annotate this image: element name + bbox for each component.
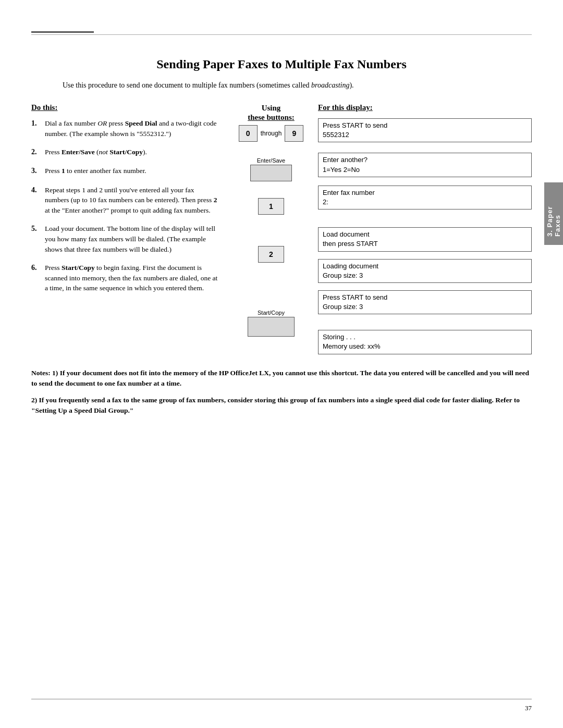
display-col-inner: Press START to send 5552312 Enter anothe… (318, 118, 532, 357)
display-7-line1: Storing . . . (323, 332, 527, 342)
spacer-d2-d3 (318, 180, 532, 186)
buttons-inner: 0 through 9 Enter/Save (235, 122, 308, 337)
display-4: Load document then press START (318, 227, 532, 251)
step-1-num: 1. (31, 118, 42, 139)
step-6-num: 6. (31, 263, 42, 293)
btn-one-label: 1 (269, 202, 273, 211)
through-text: through (261, 130, 282, 137)
display-1-line1: Press START to send (323, 121, 527, 130)
btn-nine-label: 9 (292, 129, 296, 138)
display-7: Storing . . . Memory used: xx% (318, 330, 532, 354)
step-1: 1. Dial a fax number OR press Speed Dial… (31, 118, 219, 139)
bottom-rule (31, 699, 532, 699)
btn-two-group: 2 (235, 246, 308, 263)
display-6-line1: Press START to send (323, 293, 527, 302)
btn-zero-nine-widget: 0 through 9 (239, 125, 304, 142)
step-3-num: 3. (31, 166, 42, 176)
do-this-header: Do this: (31, 103, 219, 112)
step-6-text: Press Start/Copy to begin faxing. First … (45, 263, 219, 293)
col-display: For this display: Press START to send 55… (313, 103, 532, 357)
display-1-line2: 5552312 (323, 130, 527, 140)
display-4-line1: Load document (323, 230, 527, 239)
btn-enter-save[interactable] (250, 165, 292, 181)
spacer-d6-d7 (318, 317, 532, 330)
col-buttons: Using these buttons: 0 through 9 (229, 103, 313, 357)
start-copy-label: Start/Copy (258, 310, 285, 316)
steps-list: 1. Dial a fax number OR press Speed Dial… (31, 118, 219, 293)
step-3: 3. Press 1 to enter another fax number. (31, 166, 219, 176)
col-do-this: Do this: 1. Dial a fax number OR press S… (31, 103, 229, 357)
top-rule-thin (31, 34, 532, 35)
spacer-d1-d2 (318, 145, 532, 153)
notes-section: Notes: 1) If your document does not fit … (31, 368, 532, 416)
top-rule-thick (31, 31, 94, 33)
page-number: 37 (525, 704, 532, 712)
btn-one-widget: 1 (258, 198, 284, 215)
sidebar-tab: 3. Paper Faxes (544, 182, 563, 245)
spacer-d4-d5 (318, 255, 532, 259)
step-5: 5. Load your document. The bottom line o… (31, 224, 219, 254)
display-2-line2: 1=Yes 2=No (323, 165, 527, 175)
intro-italic: broadcasting (311, 81, 349, 89)
step-2: 2. Press Enter/Save (not Start/Copy). (31, 147, 219, 157)
display-header: For this display: (318, 103, 532, 112)
top-rules (31, 31, 532, 35)
btn-zero-nine-group: 0 through 9 (235, 125, 308, 142)
buttons-header: Using these buttons: (248, 103, 295, 122)
page-title: Sending Paper Faxes to Multiple Fax Numb… (31, 57, 532, 71)
step-1-text: Dial a fax number OR press Speed Dial an… (45, 118, 219, 139)
display-7-line2: Memory used: xx% (323, 342, 527, 351)
display-3-line2: 2: (323, 198, 527, 207)
btn-zero-label: 0 (246, 129, 250, 138)
display-6-line2: Group size: 3 (323, 302, 527, 312)
btn-enter-save-group: Enter/Save (235, 157, 308, 181)
note-1: Notes: 1) If your document does not fit … (31, 368, 532, 389)
spacer-d5-d6 (318, 286, 532, 290)
step-5-text: Load your document. The bottom line of t… (45, 224, 219, 254)
intro-text: Use this procedure to send one document … (63, 80, 500, 91)
display-5: Loading document Group size: 3 (318, 259, 532, 283)
btn-one-group: 1 (235, 198, 308, 215)
using-line1: Using (248, 103, 295, 113)
page-container: 3. Paper Faxes Sending Paper Faxes to Mu… (0, 0, 563, 728)
btn-two[interactable]: 2 (258, 246, 284, 263)
btn-one[interactable]: 1 (258, 198, 284, 215)
display-6: Press START to send Group size: 3 (318, 290, 532, 314)
btn-start-copy-group: Start/Copy (235, 310, 308, 337)
btn-nine[interactable]: 9 (285, 125, 303, 142)
sidebar-text: 3. Paper Faxes (546, 191, 561, 237)
enter-save-label: Enter/Save (257, 157, 285, 164)
display-3-line1: Enter fax number (323, 188, 527, 198)
btn-two-label: 2 (269, 250, 273, 258)
display-3: Enter fax number 2: (318, 186, 532, 209)
display-5-line1: Loading document (323, 262, 527, 271)
spacer-d3-d4 (318, 213, 532, 227)
step-2-text: Press Enter/Save (not Start/Copy). (45, 147, 219, 157)
step-3-text: Press 1 to enter another fax number. (45, 166, 219, 176)
display-2: Enter another? 1=Yes 2=No (318, 153, 532, 177)
step-2-num: 2. (31, 147, 42, 157)
display-4-line2: then press START (323, 239, 527, 249)
step-5-num: 5. (31, 224, 42, 254)
step-4-text: Repeat steps 1 and 2 until you've entere… (45, 185, 219, 216)
btn-zero[interactable]: 0 (239, 125, 258, 142)
step-6: 6. Press Start/Copy to begin faxing. Fir… (31, 263, 219, 293)
display-2-line1: Enter another? (323, 155, 527, 165)
intro-end: ). (349, 81, 353, 89)
step-4: 4. Repeat steps 1 and 2 until you've ent… (31, 185, 219, 216)
step-4-num: 4. (31, 185, 42, 216)
three-col-layout: Do this: 1. Dial a fax number OR press S… (31, 103, 532, 357)
btn-start-copy[interactable] (248, 317, 295, 337)
btn-two-widget: 2 (258, 246, 284, 263)
main-content: Sending Paper Faxes to Multiple Fax Numb… (31, 42, 532, 686)
intro-text-start: Use this procedure to send one document … (63, 81, 310, 89)
display-1: Press START to send 5552312 (318, 118, 532, 142)
display-5-line2: Group size: 3 (323, 271, 527, 280)
using-line2: these buttons: (248, 113, 295, 122)
note-2: 2) If you frequently send a fax to the s… (31, 395, 532, 416)
